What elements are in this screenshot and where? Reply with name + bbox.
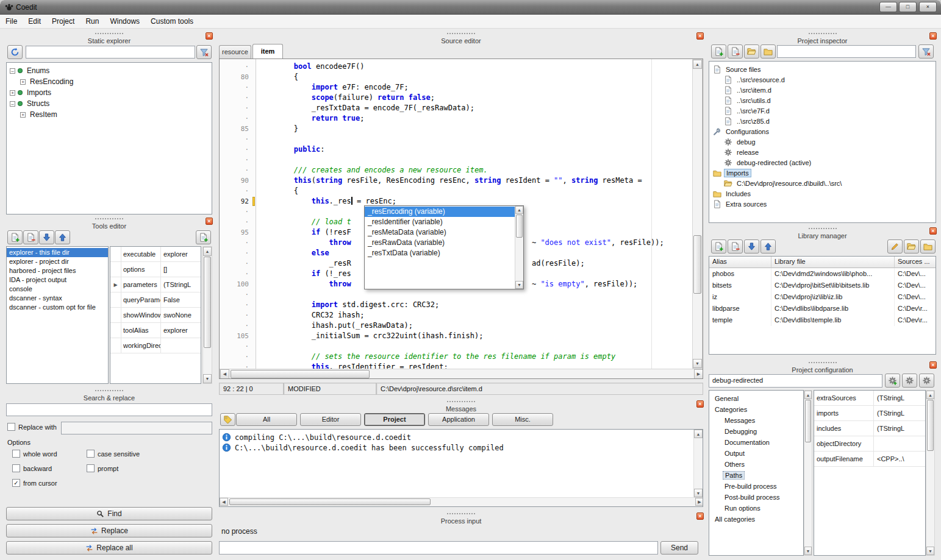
property-row[interactable]: ▶parameters(TStringL xyxy=(110,277,201,292)
dock-grip[interactable] xyxy=(447,401,475,402)
category-item[interactable]: Post-build process xyxy=(709,492,803,503)
completion-scrollbar[interactable]: ▲ ▼ xyxy=(515,206,523,289)
property-grid-scrollbar[interactable]: ▲ ▼ xyxy=(926,390,935,556)
tree-item[interactable]: ..\src\z85.d xyxy=(709,116,936,126)
scroll-down-arrow[interactable]: ▼ xyxy=(693,359,702,368)
filter-all-button[interactable]: All xyxy=(236,413,297,426)
filter-button[interactable] xyxy=(918,44,934,58)
close-panel-button[interactable]: × xyxy=(696,400,704,408)
add-library-folder-button[interactable] xyxy=(920,239,936,253)
process-input-field[interactable] xyxy=(219,541,658,555)
property-row[interactable]: objectDirectory xyxy=(814,436,925,452)
close-panel-button[interactable]: × xyxy=(206,32,213,40)
library-row[interactable]: libdparseC:\Dev\dlibs\libdparse.libC:\De… xyxy=(709,303,936,314)
add-library-button[interactable] xyxy=(711,239,726,253)
tree-item[interactable]: ..\src\resource.d xyxy=(709,74,936,85)
category-item[interactable]: General xyxy=(709,393,803,404)
find-button[interactable]: Find xyxy=(6,507,212,520)
open-library-file-button[interactable] xyxy=(904,239,919,253)
message-item[interactable]: C:\...\build\resource.d.coedit has been … xyxy=(222,442,690,453)
close-button[interactable]: × xyxy=(919,2,937,12)
property-row[interactable]: workingDirect xyxy=(110,338,201,353)
completion-item[interactable]: _resMetaData (variable) xyxy=(365,227,515,238)
tool-list[interactable]: explorer - this file direxplorer - proje… xyxy=(6,246,109,384)
folder-button[interactable] xyxy=(760,44,776,58)
tree-item[interactable]: Configurations xyxy=(709,126,936,136)
tree-item[interactable]: Extra sources xyxy=(709,199,936,209)
property-row[interactable]: includes(TStringL xyxy=(814,421,925,436)
tree-item[interactable]: debug xyxy=(709,136,936,147)
close-panel-button[interactable]: × xyxy=(206,218,213,225)
project-tree[interactable]: Source files..\src\resource.d..\src\item… xyxy=(709,61,936,223)
tree-item[interactable]: –Structs xyxy=(7,98,212,109)
search-combobox[interactable] xyxy=(6,403,212,416)
message-item[interactable]: compiling C:\...\build\resource.d.coedit xyxy=(222,432,690,442)
library-row[interactable]: bitsetsC:\Dev\dproj\bitSet\lib\bitsets.l… xyxy=(709,280,936,291)
close-panel-button[interactable]: × xyxy=(929,227,937,235)
tree-item[interactable]: ..\src\utils.d xyxy=(709,95,936,105)
property-row[interactable]: imports(TStringL xyxy=(814,406,925,421)
library-row[interactable]: phobosC:\Dev\dmd2\windows\lib\phob...C:\… xyxy=(709,268,936,280)
checkbox[interactable] xyxy=(7,423,15,431)
tree-item[interactable]: –Enums xyxy=(7,65,212,76)
replace-all-button[interactable]: Replace all xyxy=(6,541,212,555)
replace-button[interactable]: Replace xyxy=(6,524,212,537)
tree-item[interactable]: ..\src\e7F.d xyxy=(709,105,936,116)
send-button[interactable]: Send xyxy=(660,541,698,555)
category-item[interactable]: All categories xyxy=(709,514,803,525)
close-panel-button[interactable]: × xyxy=(929,361,937,369)
dock-grip[interactable] xyxy=(95,218,123,219)
option-from-cursor[interactable]: ✓from cursor xyxy=(12,479,57,487)
tool-property-grid[interactable]: executableexploreroptions[]▶parameters(T… xyxy=(110,246,201,384)
filter-button[interactable] xyxy=(196,45,212,59)
symbol-tree[interactable]: –Enums+ResEncoding+Imports–Structs+ResIt… xyxy=(6,62,212,214)
dock-grip[interactable] xyxy=(95,390,123,391)
tool-item[interactable]: explorer - this file dir xyxy=(7,248,108,257)
close-panel-button[interactable]: × xyxy=(696,512,704,520)
configuration-category-tree[interactable]: GeneralCategoriesMessagesDebuggingDocume… xyxy=(709,390,804,556)
tree-item[interactable]: Includes xyxy=(709,188,936,199)
checkbox[interactable] xyxy=(87,464,95,472)
scroll-right-arrow[interactable]: ▶ xyxy=(695,498,703,506)
tree-item[interactable]: debug-redirected (active) xyxy=(709,157,936,168)
tool-grid-scrollbar[interactable]: ▲ ▼ xyxy=(202,246,212,384)
messages-hscrollbar[interactable]: ◀ ▶ xyxy=(220,497,703,506)
configuration-property-grid[interactable]: extraSources(TStringLimports(TStringLinc… xyxy=(814,390,926,556)
dock-grip[interactable] xyxy=(447,513,475,514)
option-prompt[interactable]: prompt xyxy=(87,464,118,472)
scroll-up-arrow[interactable]: ▲ xyxy=(693,60,702,69)
filter-editor-button[interactable]: Editor xyxy=(300,413,361,426)
add-tool-button[interactable] xyxy=(7,230,23,244)
scroll-down-arrow[interactable]: ▼ xyxy=(203,374,212,383)
column-header-alias[interactable]: Alias xyxy=(709,257,771,268)
library-table-body[interactable]: phobosC:\Dev\dmd2\windows\lib\phob...C:\… xyxy=(709,268,936,354)
tree-item[interactable]: +ResItem xyxy=(7,109,212,120)
filter-application-button[interactable]: Application xyxy=(428,413,489,426)
tree-item[interactable]: +Imports xyxy=(7,87,212,98)
menu-custom-tools[interactable]: Custom tools xyxy=(145,15,199,28)
tool-item[interactable]: console xyxy=(7,285,108,294)
completion-list[interactable]: _resEncoding (variable)_resIdentifier (v… xyxy=(365,207,515,288)
configuration-selector[interactable]: debug-redirected xyxy=(709,374,882,388)
move-library-up-button[interactable] xyxy=(760,239,776,253)
scroll-up-arrow[interactable]: ▲ xyxy=(804,391,812,399)
message-tools-button[interactable] xyxy=(220,413,235,426)
editor-vscrollbar[interactable]: ▲ ▼ xyxy=(692,59,703,369)
minimize-button[interactable]: — xyxy=(879,2,897,12)
scroll-right-arrow[interactable]: ▶ xyxy=(694,369,703,379)
add-folder-button[interactable] xyxy=(744,44,759,58)
scroll-down-arrow[interactable]: ▼ xyxy=(694,489,703,497)
add-configuration-button[interactable] xyxy=(885,374,900,388)
close-panel-button[interactable]: × xyxy=(696,32,704,40)
messages-vscrollbar[interactable]: ▲ ▼ xyxy=(693,430,703,497)
tree-item[interactable]: Source files xyxy=(709,64,936,74)
category-item[interactable]: Documentation xyxy=(709,437,803,448)
dock-grip[interactable] xyxy=(95,33,123,34)
category-item[interactable]: Messages xyxy=(709,415,803,426)
dock-grip[interactable] xyxy=(809,362,837,363)
library-table[interactable]: AliasLibrary fileSources ... phobosC:\De… xyxy=(709,256,936,355)
category-item[interactable]: Run options xyxy=(709,503,803,514)
replace-with-checkbox[interactable]: Replace with xyxy=(7,423,57,431)
category-item[interactable]: Categories xyxy=(709,404,803,415)
dock-grip[interactable] xyxy=(809,228,837,229)
